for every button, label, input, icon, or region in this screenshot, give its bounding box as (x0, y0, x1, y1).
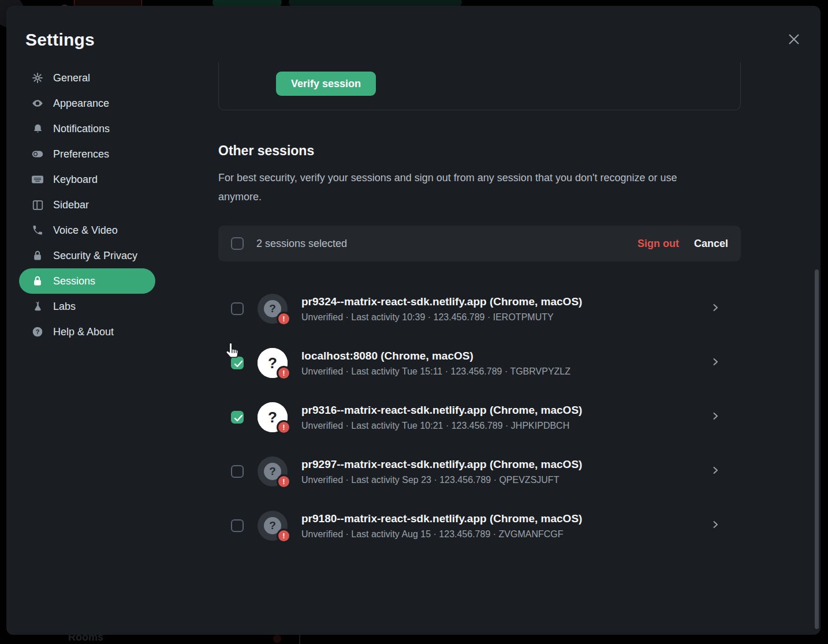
session-checkbox[interactable] (231, 411, 244, 424)
session-subtitle: Unverified · Last activity Tue 15:11 · 1… (301, 366, 570, 377)
bell-icon (32, 123, 43, 134)
toggle-icon (32, 148, 43, 160)
sessions-content: Verify session Other sessions For best s… (218, 6, 741, 635)
page-title: Settings (25, 30, 95, 50)
phone-icon (32, 224, 43, 236)
lock-icon (32, 275, 43, 287)
sidebar-item-label: Keyboard (53, 174, 98, 186)
sidebar-item-sessions[interactable]: Sessions (19, 268, 155, 294)
flask-icon (32, 301, 43, 312)
keyboard-icon (32, 174, 43, 185)
eye-icon (32, 98, 43, 109)
session-checkbox[interactable] (231, 465, 244, 478)
sidebar-item-label: General (53, 72, 90, 84)
chevron-right-icon[interactable] (711, 466, 720, 477)
session-subtitle: Unverified · Last activity 10:39 · 123.4… (301, 312, 582, 323)
sidebar-item-label: Security & Privacy (53, 250, 137, 262)
chevron-right-icon[interactable] (711, 520, 720, 531)
session-avatar: ?! (258, 402, 288, 432)
sidebar-item-voice-video[interactable]: Voice & Video (19, 218, 155, 243)
sidebar-item-label: Sidebar (53, 199, 89, 211)
close-icon[interactable] (786, 31, 802, 47)
cancel-button[interactable]: Cancel (694, 238, 728, 250)
scrollbar-thumb[interactable] (815, 269, 819, 629)
session-row[interactable]: ?!localhost:8080 (Chrome, macOS)Unverifi… (218, 336, 741, 390)
sidebar-item-label: Labs (53, 301, 76, 313)
chevron-right-icon[interactable] (711, 357, 720, 369)
session-title: pr9324--matrix-react-sdk.netlify.app (Ch… (301, 295, 582, 308)
sidebar-item-security-privacy[interactable]: Security & Privacy (19, 243, 155, 268)
sidebar-item-label: Notifications (53, 123, 110, 135)
sidebar-item-label: Sessions (53, 275, 95, 287)
gear-icon (32, 72, 43, 84)
verify-session-card: Verify session (218, 62, 741, 110)
select-all-checkbox[interactable] (231, 237, 244, 250)
session-title: pr9316--matrix-react-sdk.netlify.app (Ch… (301, 404, 582, 417)
session-list: ?!pr9324--matrix-react-sdk.netlify.app (… (218, 282, 741, 553)
sidebar-item-label: Preferences (53, 148, 109, 160)
sidebar-item-labs[interactable]: Labs (19, 294, 155, 319)
session-row[interactable]: ?!pr9316--matrix-react-sdk.netlify.app (… (218, 390, 741, 444)
session-row[interactable]: ?!pr9297--matrix-react-sdk.netlify.app (… (218, 444, 741, 499)
session-avatar: ?! (258, 294, 288, 324)
verify-session-button[interactable]: Verify session (276, 72, 376, 96)
sidebar-item-notifications[interactable]: Notifications (19, 116, 155, 141)
settings-dialog: Settings GeneralAppearanceNotificationsP… (6, 6, 820, 635)
sidebar-item-sidebar[interactable]: Sidebar (19, 192, 155, 218)
sidebar-item-help-about[interactable]: ?Help & About (19, 319, 155, 345)
sidebar-item-label: Help & About (53, 326, 114, 338)
session-title: pr9180--matrix-react-sdk.netlify.app (Ch… (301, 512, 582, 525)
session-avatar: ?! (258, 456, 288, 486)
selection-count-label: 2 sessions selected (256, 238, 347, 250)
unverified-shield-badge: ! (277, 366, 291, 380)
session-avatar: ?! (258, 511, 288, 541)
other-sessions-description: For best security, verify your sessions … (218, 169, 698, 207)
chevron-right-icon[interactable] (711, 411, 720, 423)
session-checkbox[interactable] (231, 519, 244, 532)
session-subtitle: Unverified · Last activity Tue 10:21 · 1… (301, 421, 582, 431)
session-row[interactable]: ?!pr9324--matrix-react-sdk.netlify.app (… (218, 282, 741, 336)
sidebar-item-preferences[interactable]: Preferences (19, 141, 155, 167)
session-checkbox[interactable] (231, 302, 244, 315)
session-title: localhost:8080 (Chrome, macOS) (301, 350, 570, 362)
chevron-right-icon[interactable] (711, 303, 720, 314)
help-icon: ? (32, 326, 43, 338)
unverified-shield-badge: ! (277, 474, 291, 489)
settings-sidebar: GeneralAppearanceNotificationsPreference… (19, 65, 155, 345)
session-subtitle: Unverified · Last activity Sep 23 · 123.… (301, 475, 582, 485)
session-row[interactable]: ?!pr9180--matrix-react-sdk.netlify.app (… (218, 499, 741, 553)
sidebar-item-label: Appearance (53, 98, 109, 110)
lock-icon (32, 250, 43, 261)
session-subtitle: Unverified · Last activity Aug 15 · 123.… (301, 529, 582, 540)
background-divider (299, 635, 300, 644)
sidebar-icon (32, 199, 43, 211)
sidebar-item-general[interactable]: General (19, 65, 155, 91)
selection-bar: 2 sessions selected Sign out Cancel (218, 226, 741, 261)
session-title: pr9297--matrix-react-sdk.netlify.app (Ch… (301, 458, 582, 471)
unverified-shield-badge: ! (277, 529, 291, 543)
sidebar-item-label: Voice & Video (53, 224, 118, 237)
session-checkbox[interactable] (231, 357, 244, 369)
unverified-shield-badge: ! (277, 312, 291, 326)
unverified-shield-badge: ! (277, 420, 291, 435)
session-avatar: ?! (258, 348, 288, 378)
svg-text:?: ? (36, 328, 40, 335)
sign-out-button[interactable]: Sign out (637, 238, 679, 250)
other-sessions-heading: Other sessions (218, 143, 314, 159)
background-red-dot (273, 635, 281, 643)
sidebar-item-appearance[interactable]: Appearance (19, 91, 155, 116)
sidebar-item-keyboard[interactable]: Keyboard (19, 167, 155, 192)
